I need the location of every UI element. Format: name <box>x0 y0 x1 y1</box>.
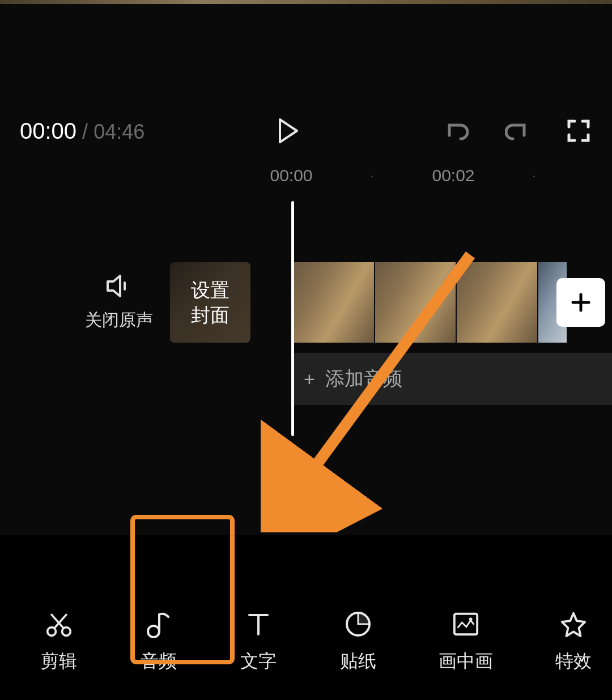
sticker-icon <box>345 611 372 638</box>
tool-label: 画中画 <box>439 649 493 674</box>
add-clip-button[interactable] <box>556 278 605 327</box>
set-cover-button[interactable]: 设置 封面 <box>170 262 250 343</box>
fullscreen-icon <box>567 119 590 143</box>
speaker-icon <box>105 274 133 298</box>
plus-icon <box>570 291 592 314</box>
scissors-icon <box>45 611 73 638</box>
video-preview: 00:00 / 04:46 <box>0 4 612 161</box>
fullscreen-button[interactable] <box>565 117 592 144</box>
mute-original-label: 关闭原声 <box>85 309 153 332</box>
svg-point-7 <box>148 626 159 637</box>
text-icon <box>245 611 272 638</box>
tool-label: 音频 <box>141 649 177 674</box>
set-cover-label: 设置 封面 <box>191 278 230 327</box>
star-icon <box>560 611 587 638</box>
undo-icon <box>444 118 469 143</box>
tool-sticker[interactable]: 贴纸 <box>339 611 377 674</box>
add-audio-track-button[interactable]: + 添加音频 <box>294 353 612 405</box>
tool-pip[interactable]: 画中画 <box>439 611 493 674</box>
pip-icon <box>452 611 479 638</box>
add-audio-label: 添加音频 <box>325 366 402 392</box>
mute-original-button[interactable]: 关闭原声 <box>85 274 153 332</box>
ruler-tick: · <box>532 168 536 183</box>
tool-effects[interactable]: 特效 <box>554 611 593 674</box>
ruler-mark: 00:02 <box>432 166 474 185</box>
ruler-tick: · <box>370 168 374 183</box>
ruler-mark: 00:00 <box>270 166 312 185</box>
clip-thumbnail[interactable] <box>457 262 537 343</box>
play-icon <box>278 118 299 143</box>
play-button[interactable] <box>275 117 302 144</box>
time-separator: / <box>82 120 88 144</box>
tool-audio[interactable]: 音频 <box>139 611 178 674</box>
video-track: 关闭原声 设置 封面 <box>0 262 612 343</box>
svg-line-6 <box>52 614 63 628</box>
video-clips[interactable] <box>294 262 612 343</box>
timeline[interactable]: 00:00 · 00:02 · 关闭原声 设置 封面 <box>0 161 612 535</box>
time-display: 00:00 / 04:46 <box>20 118 144 144</box>
clip-thumbnail[interactable] <box>375 262 456 343</box>
redo-icon <box>505 118 530 143</box>
svg-point-12 <box>469 617 473 621</box>
total-time: 04:46 <box>94 120 144 144</box>
undo-button[interactable] <box>443 117 470 144</box>
time-ruler: 00:00 · 00:02 · <box>0 161 612 190</box>
tool-label: 文字 <box>240 649 277 674</box>
preview-thumbnail-strip <box>0 0 612 4</box>
clip-thumbnail[interactable] <box>294 262 374 343</box>
playback-controls: 00:00 / 04:46 <box>0 117 612 144</box>
plus-icon: + <box>304 368 315 390</box>
music-note-icon <box>145 611 172 638</box>
tool-label: 剪辑 <box>41 649 77 674</box>
tool-text[interactable]: 文字 <box>239 611 278 674</box>
current-time: 00:00 <box>20 118 76 144</box>
tool-label: 贴纸 <box>340 649 376 674</box>
tool-edit[interactable]: 剪辑 <box>40 611 78 674</box>
redo-button[interactable] <box>504 117 531 144</box>
svg-line-5 <box>54 614 66 628</box>
playhead[interactable] <box>291 201 294 436</box>
bottom-toolbar: 剪辑 音频 文字 贴纸 <box>0 584 612 700</box>
tool-label: 特效 <box>555 649 592 674</box>
